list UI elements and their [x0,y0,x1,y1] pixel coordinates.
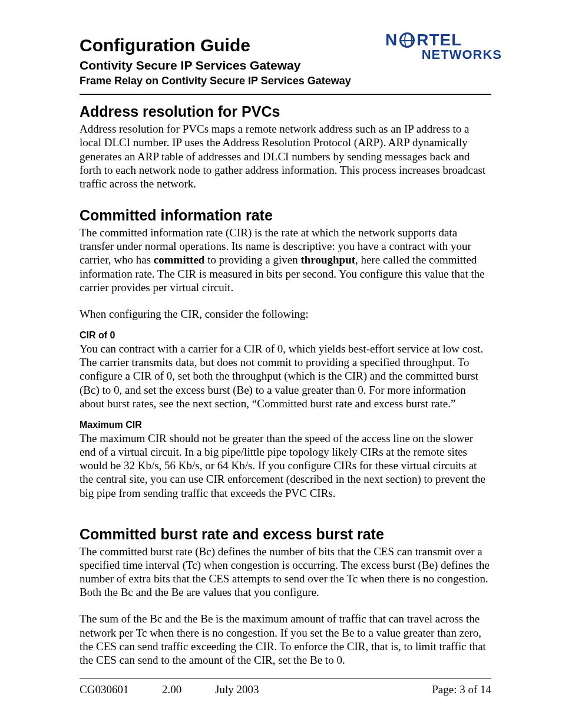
logo-text-pre: N [385,32,398,48]
footer-page-number: Page: 3 of 14 [432,683,491,696]
logo-text-post: RTEL [416,32,462,48]
section-heading-address-resolution: Address resolution for PVCs [80,103,491,120]
footer-date: July 2003 [215,683,259,696]
body-paragraph: The maximum CIR should not be greater th… [80,431,491,500]
subsection-heading-cir-zero: CIR of 0 [80,330,491,341]
body-paragraph: You can contract with a carrier for a CI… [80,342,491,410]
body-paragraph: When configuring the CIR, consider the f… [80,307,491,321]
bold-text: throughput [300,253,355,266]
nortel-logo: N RTEL NETWORKS [385,32,503,67]
body-paragraph: The sum of the Bc and the Be is the maxi… [80,612,491,667]
text-fragment: to providing a given [204,253,300,266]
logo-line-2: NETWORKS [385,47,503,62]
section-heading-burst-rate: Committed burst rate and excess burst ra… [80,526,491,543]
logo-line-1: N RTEL [385,32,503,48]
body-paragraph: Address resolution for PVCs maps a remot… [80,122,491,190]
page-header: N RTEL NETWORKS Configuration Guide Cont… [80,35,491,95]
body-paragraph: The committed burst rate (Bc) defines th… [80,545,491,599]
subsection-heading-max-cir: Maximum CIR [80,420,491,430]
footer-doc-id: CG030601 [80,683,162,696]
page-footer: CG030601 2.00 July 2003 Page: 3 of 14 [80,678,491,696]
body-paragraph: The committed information rate (CIR) is … [80,226,491,294]
section-heading-cir: Committed information rate [80,207,491,224]
bold-text: committed [154,253,205,266]
globe-icon [399,32,415,48]
doc-subtitle-2: Frame Relay on Contivity Secure IP Servi… [80,74,491,88]
document-page: N RTEL NETWORKS Configuration Guide Cont… [0,0,562,667]
footer-version: 2.00 [162,683,215,696]
